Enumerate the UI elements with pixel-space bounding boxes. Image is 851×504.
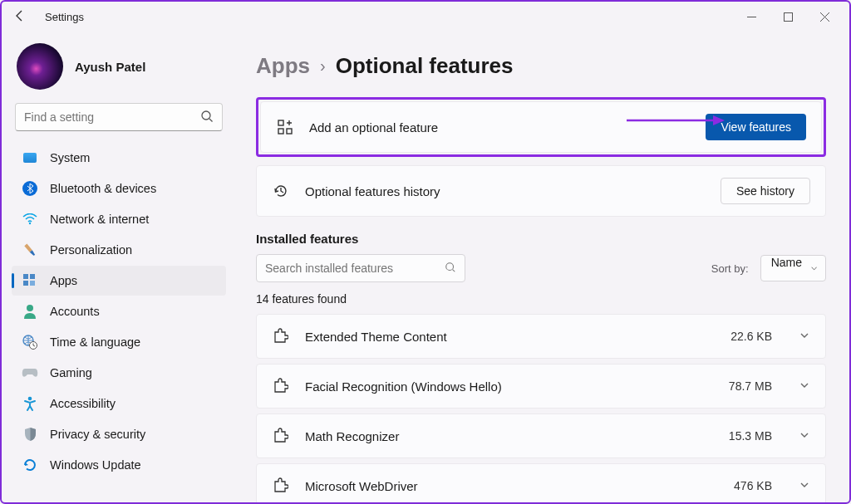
sidebar-item-gaming[interactable]: Gaming	[12, 358, 226, 388]
feature-row[interactable]: Extended Theme Content 22.6 KB	[256, 314, 826, 359]
sidebar-item-label: Personalization	[50, 243, 132, 257]
svg-rect-0	[784, 12, 792, 21]
chevron-down-icon	[799, 479, 810, 493]
sidebar-item-label: Bluetooth & devices	[50, 182, 156, 195]
update-icon	[22, 457, 38, 473]
svg-point-2	[29, 223, 31, 224]
apps-icon	[22, 272, 38, 289]
accessibility-icon	[22, 395, 38, 412]
shield-icon	[22, 426, 38, 443]
window-title: Settings	[45, 11, 84, 23]
sidebar-item-label: Gaming	[50, 366, 92, 379]
feature-size: 78.7 MB	[729, 379, 772, 393]
svg-rect-14	[287, 129, 292, 134]
sidebar-item-label: Network & internet	[50, 213, 149, 226]
feature-size: 476 KB	[734, 479, 772, 492]
sidebar-item-bluetooth[interactable]: Bluetooth & devices	[12, 174, 226, 203]
svg-point-16	[446, 262, 454, 270]
grid-plus-icon	[276, 118, 294, 136]
puzzle-icon	[272, 378, 288, 394]
search-icon	[200, 110, 214, 125]
minimize-button[interactable]	[733, 4, 770, 29]
sidebar-nav: System Bluetooth & devices Network & int…	[12, 143, 226, 480]
breadcrumb-parent[interactable]: Apps	[256, 53, 310, 79]
sidebar-item-personalization[interactable]: Personalization	[12, 235, 226, 265]
installed-features-heading: Installed features	[256, 232, 826, 246]
sidebar-item-label: Accessibility	[50, 397, 116, 410]
find-setting-input[interactable]	[24, 110, 200, 124]
sidebar: Ayush Patel System Bluetooth & devices N…	[2, 32, 233, 502]
svg-point-1	[202, 111, 210, 120]
svg-rect-7	[30, 281, 35, 286]
see-history-button[interactable]: See history	[721, 178, 810, 204]
puzzle-icon	[272, 477, 288, 494]
puzzle-icon	[272, 428, 288, 444]
avatar	[17, 43, 63, 90]
svg-rect-6	[23, 281, 28, 286]
search-icon	[445, 262, 456, 276]
sidebar-item-label: Time & language	[50, 335, 140, 349]
chevron-right-icon: ›	[320, 56, 326, 76]
svg-rect-3	[24, 244, 32, 252]
chevron-down-icon	[799, 379, 810, 394]
display-icon	[22, 149, 38, 166]
svg-rect-4	[23, 274, 28, 279]
sidebar-item-accessibility[interactable]: Accessibility	[12, 389, 226, 418]
optional-features-history-row[interactable]: Optional features history See history	[256, 165, 826, 217]
add-optional-feature-row[interactable]: Add an optional feature View features	[260, 101, 822, 153]
svg-rect-12	[278, 120, 283, 125]
svg-rect-13	[278, 129, 283, 134]
highlight-annotation: Add an optional feature View features	[256, 97, 826, 157]
feature-row[interactable]: Facial Recognition (Windows Hello) 78.7 …	[256, 364, 826, 409]
find-setting-search[interactable]	[15, 103, 223, 131]
sidebar-item-time-language[interactable]: Time & language	[12, 327, 226, 357]
feature-size: 22.6 KB	[730, 330, 772, 343]
view-features-button[interactable]: View features	[706, 114, 806, 140]
maximize-button[interactable]	[770, 4, 806, 29]
sort-by-dropdown[interactable]: Name	[760, 255, 826, 281]
back-button[interactable]	[13, 9, 30, 25]
sidebar-item-label: Apps	[50, 274, 77, 287]
history-label: Optional features history	[305, 184, 706, 198]
sidebar-item-label: System	[50, 151, 90, 164]
svg-point-11	[28, 397, 32, 401]
profile[interactable]: Ayush Patel	[12, 38, 226, 103]
chevron-down-icon	[799, 429, 810, 443]
feature-name: Extended Theme Content	[305, 330, 714, 344]
feature-row[interactable]: Microsoft WebDriver 476 KB	[256, 463, 826, 502]
titlebar: Settings	[2, 2, 849, 32]
wifi-icon	[22, 211, 38, 228]
history-icon	[272, 182, 290, 200]
sidebar-item-accounts[interactable]: Accounts	[12, 296, 226, 326]
sidebar-item-system[interactable]: System	[12, 143, 226, 173]
feature-size: 15.3 MB	[729, 429, 772, 443]
svg-rect-5	[30, 274, 35, 279]
chevron-down-icon	[799, 330, 810, 344]
svg-point-8	[27, 305, 33, 311]
feature-row[interactable]: Math Recognizer 15.3 MB	[256, 413, 826, 458]
sort-by-label: Sort by:	[711, 262, 749, 275]
feature-name: Math Recognizer	[305, 429, 712, 443]
sidebar-item-label: Windows Update	[50, 458, 141, 472]
gamepad-icon	[22, 365, 38, 381]
user-name: Ayush Patel	[75, 60, 145, 74]
puzzle-icon	[272, 328, 288, 345]
features-found-label: 14 features found	[256, 292, 826, 306]
sidebar-item-apps[interactable]: Apps	[12, 266, 226, 296]
sidebar-item-label: Privacy & security	[50, 428, 145, 441]
installed-controls: Sort by: Name	[256, 254, 826, 282]
search-installed-features[interactable]	[256, 254, 465, 282]
feature-name: Facial Recognition (Windows Hello)	[305, 379, 712, 394]
breadcrumb: Apps › Optional features	[256, 53, 826, 79]
sidebar-item-network[interactable]: Network & internet	[12, 204, 226, 234]
sidebar-item-windows-update[interactable]: Windows Update	[12, 450, 226, 480]
sidebar-item-privacy[interactable]: Privacy & security	[12, 419, 226, 449]
paintbrush-icon	[22, 242, 38, 258]
search-installed-input[interactable]	[265, 262, 445, 275]
add-feature-label: Add an optional feature	[309, 120, 691, 135]
main-content: Apps › Optional features Add an optional…	[233, 32, 849, 502]
globe-clock-icon	[22, 334, 38, 350]
page-title: Optional features	[336, 53, 514, 79]
close-button[interactable]	[806, 4, 843, 29]
person-icon	[22, 303, 38, 320]
